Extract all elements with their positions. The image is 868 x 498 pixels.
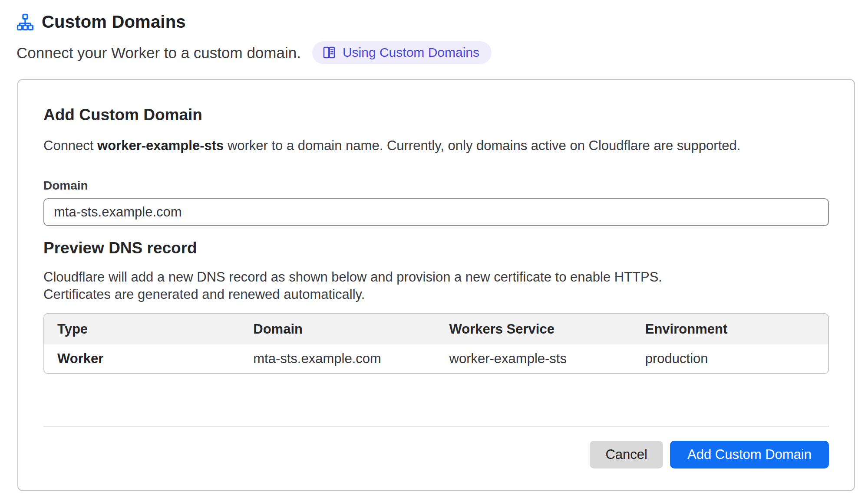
dns-preview-table: Type Domain Workers Service Environment … [43, 313, 829, 374]
table-header-row: Type Domain Workers Service Environment [44, 314, 828, 344]
cancel-button[interactable]: Cancel [590, 441, 663, 469]
column-header-domain: Domain [240, 321, 436, 337]
card-actions: Cancel Add Custom Domain [43, 441, 829, 469]
cell-environment: production [632, 351, 828, 367]
page-title: Custom Domains [42, 12, 186, 32]
card-heading: Add Custom Domain [43, 106, 829, 124]
description-prefix: Connect [43, 138, 97, 153]
cell-workers-service: worker-example-sts [436, 351, 632, 367]
custom-domains-page: Custom Domains Connect your Worker to a … [0, 0, 868, 491]
add-custom-domain-card: Add Custom Domain Connect worker-example… [17, 79, 855, 491]
open-book-icon [322, 45, 337, 60]
page-subtitle: Connect your Worker to a custom domain. [17, 44, 301, 62]
table-row: Worker mta-sts.example.com worker-exampl… [44, 344, 828, 373]
column-header-type: Type [44, 321, 240, 337]
docs-link-label: Using Custom Domains [343, 45, 479, 60]
domain-input[interactable] [43, 198, 829, 226]
cell-domain: mta-sts.example.com [240, 351, 436, 367]
preview-dns-description: Cloudflare will add a new DNS record as … [43, 269, 695, 304]
description-suffix: worker to a domain name. Currently, only… [224, 138, 740, 153]
footer-divider [43, 426, 829, 427]
add-custom-domain-button[interactable]: Add Custom Domain [670, 441, 829, 469]
preview-dns-heading: Preview DNS record [43, 239, 829, 257]
worker-name: worker-example-sts [97, 138, 224, 153]
domain-field-label: Domain [43, 179, 829, 193]
cell-record-type: Worker [44, 351, 240, 367]
column-header-workers-service: Workers Service [436, 321, 632, 337]
page-subtitle-row: Connect your Worker to a custom domain. … [17, 41, 856, 64]
sitemap-icon [17, 13, 34, 31]
card-description: Connect worker-example-sts worker to a d… [43, 138, 829, 154]
docs-link-badge[interactable]: Using Custom Domains [312, 41, 492, 64]
column-header-environment: Environment [632, 321, 828, 337]
page-header: Custom Domains [17, 12, 856, 32]
